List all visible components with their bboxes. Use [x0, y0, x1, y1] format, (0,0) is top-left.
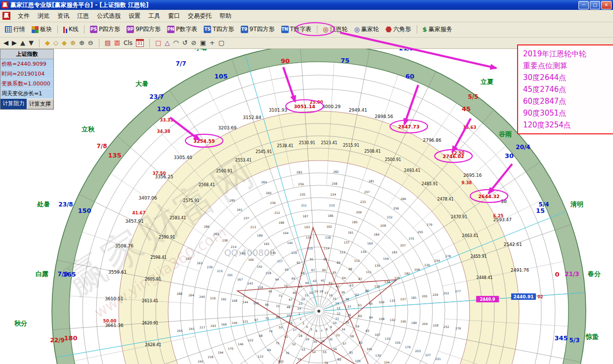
circle-plus-icon[interactable]: ⊕ [70, 39, 76, 47]
toolbar-button-label: 行情 [13, 25, 25, 34]
crosshair-tool-icon[interactable]: + [210, 39, 215, 47]
window-controls: ─ □ ✕ [578, 1, 612, 9]
menu-item-4[interactable]: 公式选股 [93, 10, 125, 22]
annotation-line-5: 90度3051点 [523, 107, 613, 119]
instrument-info-panel: 上证指数 价格=2440.9099时间=20190104变换系数=1.00000… [0, 49, 54, 110]
triangle-tool-icon[interactable]: △ [165, 39, 170, 47]
toolbar-button-label: 江恩轮 [330, 25, 348, 34]
toolbar-separator [99, 39, 99, 47]
toolbar-button-sectors[interactable]: 板块 [29, 24, 55, 35]
annotation-line-3: 45度2746点 [523, 83, 613, 95]
no-overlay-tool-icon[interactable]: ⊘ [191, 39, 197, 47]
info-row-1: 时间=20190104 [0, 69, 53, 79]
menu-item-6[interactable]: 工具 [144, 10, 164, 22]
annotation-line-2: 30度2644点 [523, 72, 613, 83]
diamond-gold-icon[interactable]: ◆ [45, 39, 50, 47]
toolbar-button-label: 板块 [40, 25, 52, 34]
t-table-icon: TN [281, 26, 289, 33]
info-rows: 价格=2440.9099时间=20190104变换系数=1.00000周天变化步… [0, 59, 53, 99]
dollar-icon: $ [423, 26, 427, 33]
toolbar-button-label: 9P四方形 [135, 25, 161, 34]
toolbar-button-label: 赢家服务 [429, 25, 452, 34]
toolbar-button-label: T四方形 [213, 25, 234, 34]
toolbar-separator [84, 25, 85, 34]
maximize-button[interactable]: □ [590, 1, 600, 9]
quote-grid-icon [5, 26, 12, 33]
toolbar-button-t-table[interactable]: TNT数字表 [278, 24, 314, 35]
zoom-in-icon[interactable]: ⊕ [79, 39, 85, 47]
forward-icon[interactable]: ▶ [12, 39, 17, 47]
calendar-icon[interactable]: 31 [136, 39, 144, 47]
toolbar-button-label: 六角形 [394, 25, 411, 34]
main-toolbar: 行情板块K线PSP四方形9P9P四方形PNP数字表TST四方形T99T四方形TN… [0, 22, 613, 38]
menu-item-7[interactable]: 窗口 [164, 10, 184, 22]
diamond-small-icon[interactable]: ◆ [62, 39, 67, 47]
gann-wheel-icon: ◎ [323, 26, 328, 33]
toolbar-button-gann-wheel[interactable]: ◎江恩轮 [320, 24, 350, 35]
annotation-line-0: 2019年江恩轮中轮 [523, 48, 613, 60]
ruler-icon[interactable]: ▤ [105, 39, 111, 47]
toolbar-button-p-square[interactable]: PSP四方形 [87, 24, 123, 35]
window-title: 赢家江恩专业版[赢家服务平台] - [上证指数 江恩轮] [10, 1, 578, 9]
candlestick-icon [63, 26, 67, 33]
sector-blocks-icon [32, 26, 39, 33]
toolbar-button-label: P四方形 [99, 25, 120, 34]
select-tool-icon[interactable]: ▢ [219, 39, 224, 47]
toolbar-separator [317, 25, 317, 34]
toolbar-button-9t-square[interactable]: T99T四方形 [238, 24, 278, 35]
toolbar-button-label: T数字表 [290, 25, 311, 34]
toolbar-button-t-square[interactable]: TST四方形 [201, 24, 237, 35]
fill-rect-tool-icon[interactable]: ▣ [200, 39, 206, 47]
clear-button[interactable]: Cls [124, 40, 132, 46]
toolbar-separator [417, 25, 417, 34]
menu-item-0[interactable]: 文件 [14, 10, 34, 22]
info-row-2: 变换系数=1.00000 [0, 79, 53, 89]
toolbar-button-label: P数字表 [176, 25, 197, 34]
menu-item-2[interactable]: 资讯 [53, 10, 73, 22]
menu-item-5[interactable]: 设置 [125, 10, 144, 22]
menu-item-3[interactable]: 江恩 [73, 10, 93, 22]
p-square-icon: PS [90, 26, 97, 33]
calc-resistance-button[interactable]: 计算阻力 [0, 99, 27, 109]
pointer-icon[interactable]: ▲ [20, 39, 25, 47]
minimize-button[interactable]: ─ [578, 1, 589, 9]
rect-tool-icon[interactable]: □ [155, 39, 161, 47]
info-row-3: 周天变化步长=1 [0, 89, 53, 99]
close-button[interactable]: ✕ [601, 1, 612, 9]
app-menu-logo-icon: 赢 [2, 12, 10, 20]
toolbar-button-label: 9T四方形 [250, 25, 275, 34]
toolbar-button-winner-wheel[interactable]: ◎赢家轮 [351, 24, 382, 35]
p-table-icon: PN [167, 26, 175, 33]
circle-tool-button[interactable]: 圆 [114, 39, 120, 47]
t-square-icon: TS [204, 26, 211, 33]
info-buttons: 计算阻力 计算支撑 [0, 99, 53, 109]
menu-item-8[interactable]: 交易委托 [184, 10, 216, 22]
filter-icon[interactable]: ▼ [29, 39, 34, 47]
toolbar-button-hexagon[interactable]: 六角形 [383, 24, 414, 35]
zoom-out-icon[interactable]: ⊖ [88, 39, 93, 47]
calc-support-button[interactable]: 计算支撑 [27, 99, 54, 109]
diamond-outline-icon[interactable]: ◇ [53, 39, 58, 47]
title-bar: 赢 赢家江恩专业版[赢家服务平台] - [上证指数 江恩轮] ─ □ ✕ [0, 0, 613, 10]
annotation-line-4: 60度2847点 [523, 95, 613, 107]
menu-item-9[interactable]: 帮助 [216, 10, 235, 22]
app-logo-icon: 赢 [1, 1, 8, 8]
toolbar-button-9p-square[interactable]: 9P9P四方形 [124, 24, 164, 35]
menu-bar: 赢 文件浏览资讯江恩公式选股设置工具窗口交易委托帮助 [0, 10, 613, 22]
back-icon[interactable]: ◀ [3, 39, 8, 47]
toolbar-separator [57, 25, 58, 34]
instrument-name: 上证指数 [0, 49, 53, 59]
9p-square-icon: 9P [127, 26, 134, 33]
toolbar-button-quotes[interactable]: 行情 [2, 24, 28, 35]
rotate-tool-icon[interactable]: ↺ [182, 39, 188, 47]
annotation-line-1: 重要点位测算 [523, 60, 613, 72]
candle-blue [66, 29, 67, 33]
menu-item-1[interactable]: 浏览 [34, 10, 53, 22]
arc-tool-icon[interactable]: ◠ [173, 39, 178, 47]
toolbar-button-winner-service[interactable]: $赢家服务 [420, 24, 455, 35]
toolbar-button-kline[interactable]: K线 [60, 24, 82, 35]
toolbar-button-label: 赢家轮 [361, 25, 379, 34]
annotation-box: 2019年江恩轮中轮重要点位测算30度2644点45度2746点60度2847点… [517, 44, 613, 134]
toolbar-button-p-table[interactable]: PNP数字表 [164, 24, 200, 35]
winner-wheel-icon: ◎ [354, 26, 359, 33]
